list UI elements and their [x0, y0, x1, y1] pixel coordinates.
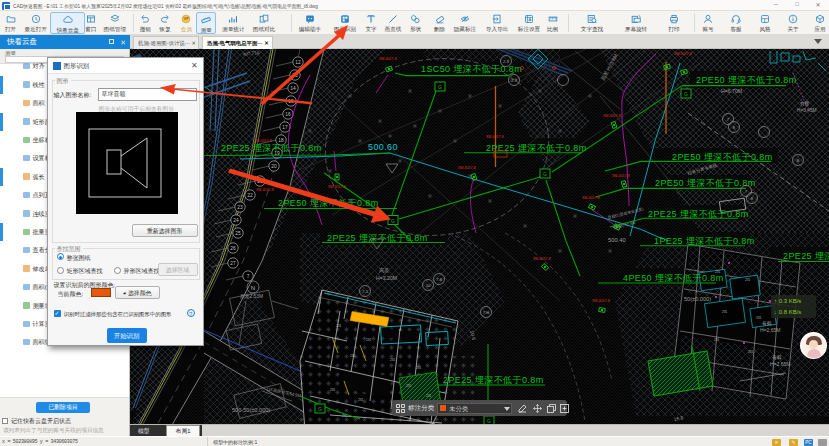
- svg-text:有壓: 有壓: [800, 100, 810, 106]
- svg-text:H=6.70M: H=6.70M: [721, 88, 742, 94]
- svg-text:B: B: [797, 158, 800, 163]
- svg-text:VIP: VIP: [184, 17, 190, 21]
- svg-text:21: 21: [257, 179, 263, 184]
- svg-text:H=3.45M: H=3.45M: [797, 108, 817, 113]
- svg-text:2PE25 埋深不低于0.8m: 2PE25 埋深不低于0.8m: [327, 233, 428, 243]
- svg-text:2-9: 2-9: [511, 78, 518, 83]
- svg-text:22: 22: [247, 193, 253, 198]
- svg-text:16: 16: [285, 112, 291, 117]
- svg-text:3W-4017-8: 3W-4017-8: [458, 166, 476, 170]
- svg-text:3W-4017-8: 3W-4017-8: [254, 139, 272, 143]
- svg-text:2PE25 埋深不低于0.8m: 2PE25 埋深不低于0.8m: [648, 209, 749, 219]
- svg-text:12: 12: [295, 60, 301, 65]
- svg-text:2PE25 埋深不低于0.8m: 2PE25 埋深不低于0.8m: [221, 143, 322, 153]
- svg-text:2PE50 埋深不低于0.8m: 2PE50 埋深不低于0.8m: [672, 152, 773, 162]
- svg-text:231: 231: [366, 338, 372, 342]
- svg-text:231: 231: [714, 338, 720, 342]
- svg-text:3W-4017-8: 3W-4017-8: [533, 257, 551, 261]
- svg-text:2PE50 埋深不低于0.8m: 2PE50 埋深不低于0.8m: [655, 178, 756, 188]
- svg-text:7-1: 7-1: [362, 289, 369, 294]
- svg-text:14: 14: [290, 86, 296, 91]
- svg-text:231: 231: [756, 316, 762, 320]
- svg-text:G: G: [318, 406, 322, 412]
- svg-text:231: 231: [406, 384, 412, 388]
- svg-text:有截: 有截: [762, 321, 772, 326]
- svg-text:G: G: [391, 218, 395, 224]
- svg-text:1PE25 埋深不低于0.8m: 1PE25 埋深不低于0.8m: [654, 236, 755, 246]
- svg-text:3W-4017-8: 3W-4017-8: [582, 196, 600, 200]
- svg-text:3W-4017-8: 3W-4017-8: [379, 57, 397, 61]
- svg-text:H=2.65M: H=2.65M: [770, 361, 790, 367]
- svg-text:H=2.65M: H=2.65M: [760, 327, 780, 333]
- svg-text:3W-4017-8: 3W-4017-8: [486, 135, 504, 139]
- svg-text:3W-4017-8: 3W-4017-8: [256, 188, 274, 192]
- svg-text:24: 24: [233, 218, 239, 223]
- svg-text:231: 231: [416, 366, 422, 370]
- svg-text:500-50(±0.000): 500-50(±0.000): [232, 407, 270, 413]
- svg-text:231: 231: [390, 358, 396, 362]
- svg-text:3W-4017-8: 3W-4017-8: [674, 52, 692, 56]
- svg-text:231: 231: [426, 394, 432, 398]
- svg-text:231: 231: [350, 354, 356, 358]
- svg-text:231: 231: [748, 350, 754, 354]
- svg-text:G: G: [543, 171, 547, 177]
- svg-text:N: N: [251, 285, 255, 291]
- svg-text:20: 20: [271, 164, 277, 169]
- svg-text:27: 27: [230, 261, 236, 266]
- svg-text:25: 25: [235, 231, 241, 236]
- svg-text:231: 231: [336, 324, 342, 328]
- svg-text:G: G: [684, 91, 688, 97]
- svg-text:15: 15: [288, 99, 294, 104]
- svg-text:231: 231: [745, 278, 751, 282]
- svg-text:26: 26: [230, 246, 236, 251]
- svg-text:2PE50 埋深不低于0.8m: 2PE50 埋深不低于0.8m: [696, 75, 797, 85]
- svg-text:500.40: 500.40: [608, 237, 626, 243]
- svg-text:10: 10: [426, 283, 431, 288]
- svg-text:7: 7: [247, 274, 250, 279]
- svg-text:3W-4017-8: 3W-4017-8: [328, 185, 346, 189]
- svg-text:13: 13: [292, 73, 298, 78]
- svg-text:3W-4017-8: 3W-4017-8: [592, 299, 610, 303]
- svg-text:3W-4017-8: 3W-4017-8: [612, 174, 630, 178]
- svg-text:500.60: 500.60: [368, 142, 398, 152]
- svg-text:1SC50 埋深不低于0.8m: 1SC50 埋深不低于0.8m: [421, 64, 522, 74]
- svg-text:7-H: 7-H: [483, 310, 490, 315]
- svg-text:231: 231: [722, 310, 728, 314]
- svg-text:高差: 高差: [379, 267, 389, 273]
- svg-text:G: G: [438, 84, 442, 90]
- svg-text:50(±0.000): 50(±0.000): [684, 296, 711, 302]
- svg-text:17: 17: [282, 125, 288, 130]
- svg-text:2-9: 2-9: [503, 59, 510, 64]
- svg-text:3W-4017-8: 3W-4017-8: [603, 114, 621, 118]
- svg-text:4PE50 埋深不低于0.8m: 4PE50 埋深不低于0.8m: [623, 273, 724, 283]
- svg-text:23: 23: [237, 205, 243, 210]
- svg-text:A: A: [528, 17, 531, 22]
- svg-text:高差2.53M: 高差2.53M: [240, 293, 263, 299]
- svg-text:H=3.20M: H=3.20M: [376, 275, 397, 281]
- svg-text:2PE25 埋深: 2PE25 埋深: [783, 251, 829, 261]
- svg-text:231: 231: [358, 398, 364, 402]
- svg-text:2PE50 埋深不低于0.8m: 2PE50 埋深不低于0.8m: [278, 198, 379, 208]
- svg-text:7-8: 7-8: [436, 277, 443, 282]
- svg-text:2PE25 埋深不低于0.8m: 2PE25 埋深不低于0.8m: [443, 375, 544, 385]
- svg-text:231: 231: [330, 388, 336, 392]
- svg-text:有截: 有截: [772, 355, 782, 360]
